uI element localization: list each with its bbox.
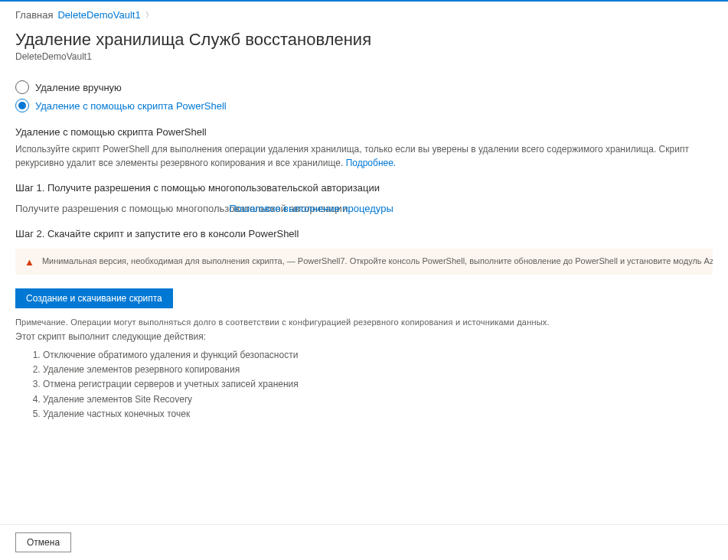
page-title: Удаление хранилища Служб восстановления <box>15 30 713 50</box>
breadcrumb-vault[interactable]: DeleteDemoVault1 <box>57 9 140 21</box>
delete-method-radio-group: Удаление вручную Удаление с помощью скри… <box>15 80 713 112</box>
cancel-button[interactable]: Отмена <box>15 532 71 552</box>
generate-script-button[interactable]: Создание и скачивание скрипта <box>15 288 173 308</box>
list-item: Отключение обратимого удаления и функций… <box>43 348 713 363</box>
page-subtitle: DeleteDemoVault1 <box>15 51 713 62</box>
script-actions-list: Отключение обратимого удаления и функций… <box>15 348 713 422</box>
list-item: Отмена регистрации серверов и учетных за… <box>43 377 713 392</box>
radio-powershell-label: Удаление с помощью скрипта PowerShell <box>35 100 227 112</box>
radio-icon-selected <box>15 99 29 112</box>
list-item: Удаление частных конечных точек <box>43 407 713 422</box>
radio-powershell-delete[interactable]: Удаление с помощью скрипта PowerShell <box>15 99 713 112</box>
radio-icon <box>15 80 29 94</box>
step1-procedure-link[interactable]: Пошаговое выполнение процедуры <box>229 203 393 214</box>
list-item: Удаление элементов Site Recovery <box>43 392 713 407</box>
list-item: Удаление элементов резервного копировани… <box>43 363 713 377</box>
powershell-section-desc: Используйте скрипт PowerShell для выполн… <box>15 142 713 170</box>
warning-text: Минимальная версия, необходимая для выпо… <box>42 256 713 265</box>
breadcrumb-home[interactable]: Главная <box>15 9 53 21</box>
radio-manual-delete[interactable]: Удаление вручную <box>15 80 713 94</box>
step1-heading: Шаг 1. Получите разрешения с помощью мно… <box>15 182 713 194</box>
footer: Отмена <box>0 524 728 560</box>
powershell-section-heading: Удаление с помощью скрипта PowerShell <box>15 126 713 138</box>
radio-manual-label: Удаление вручную <box>35 82 122 93</box>
script-intro: Этот скрипт выполнит следующие действия: <box>15 331 713 342</box>
step1-desc: Получите разрешения с помощью многопольз… <box>15 203 713 214</box>
warning-icon: ▲ <box>24 257 34 267</box>
step2-heading: Шаг 2. Скачайте скрипт и запустите его в… <box>15 228 713 239</box>
warning-banner: ▲ Минимальная версия, необходимая для вы… <box>15 249 713 275</box>
note-text: Примечание. Операции могут выполняться д… <box>15 317 713 327</box>
learn-more-link[interactable]: Подробнее. <box>346 158 397 168</box>
chevron-right-icon: 〉 <box>145 10 153 21</box>
breadcrumb: Главная DeleteDemoVault1 〉 <box>15 9 713 21</box>
